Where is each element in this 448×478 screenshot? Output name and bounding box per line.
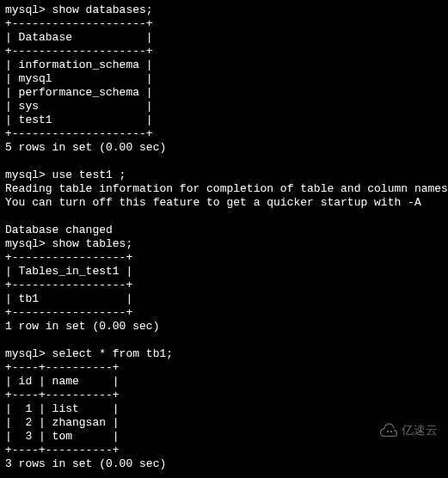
output-line: +--------------------+ (5, 127, 443, 141)
output-line: | sys | (5, 100, 443, 113)
output-line: You can turn off this feature to get a q… (5, 196, 443, 210)
blank-line (5, 155, 443, 169)
prompt: mysql> (5, 347, 52, 360)
svg-point-0 (387, 431, 389, 432)
prompt: mysql> (5, 237, 52, 250)
output-line: Database changed (5, 224, 443, 237)
svg-point-1 (390, 431, 392, 432)
command-line: mysql> use test1 ; (5, 169, 443, 182)
command-line: mysql> show databases; (5, 3, 443, 17)
output-line: | 2 | zhangsan | (5, 416, 443, 430)
output-line: +----+----------+ (5, 444, 443, 457)
blank-line (5, 334, 443, 347)
output-line: +-----------------+ (5, 279, 443, 292)
output-line: 5 rows in set (0.00 sec) (5, 141, 443, 155)
command-text: show databases; (52, 3, 153, 16)
watermark: 亿速云 (379, 423, 438, 437)
output-line: | mysql | (5, 72, 443, 86)
cloud-icon (379, 423, 398, 437)
watermark-text: 亿速云 (402, 423, 438, 437)
output-line: | performance_schema | (5, 86, 443, 100)
output-line: | 3 | tom | (5, 430, 443, 444)
output-line: +----+----------+ (5, 361, 443, 375)
output-line: | 1 | list | (5, 402, 443, 416)
prompt: mysql> (5, 169, 52, 181)
output-line: 1 row in set (0.00 sec) (5, 320, 443, 334)
command-line: mysql> select * from tb1; (5, 347, 443, 361)
output-line: | information_schema | (5, 58, 443, 72)
output-line: 3 rows in set (0.00 sec) (5, 457, 443, 471)
output-line: +-----------------+ (5, 306, 443, 320)
command-text: select * from tb1; (52, 347, 173, 360)
output-line: | tb1 | (5, 292, 443, 306)
prompt: mysql> (5, 3, 52, 16)
terminal-output: mysql> show databases;+-----------------… (0, 0, 448, 475)
command-text: show tables; (52, 237, 133, 250)
output-line: Reading table information for completion… (5, 182, 443, 196)
output-line: +-----------------+ (5, 251, 443, 265)
output-line: +--------------------+ (5, 17, 443, 31)
output-line: | Database | (5, 31, 443, 45)
output-line: | test1 | (5, 113, 443, 127)
output-line: +--------------------+ (5, 45, 443, 58)
output-line: | Tables_in_test1 | (5, 265, 443, 279)
blank-line (5, 210, 443, 224)
output-line: +----+----------+ (5, 389, 443, 402)
command-text: use test1 ; (52, 169, 126, 181)
output-line: | id | name | (5, 375, 443, 389)
command-line: mysql> show tables; (5, 237, 443, 251)
